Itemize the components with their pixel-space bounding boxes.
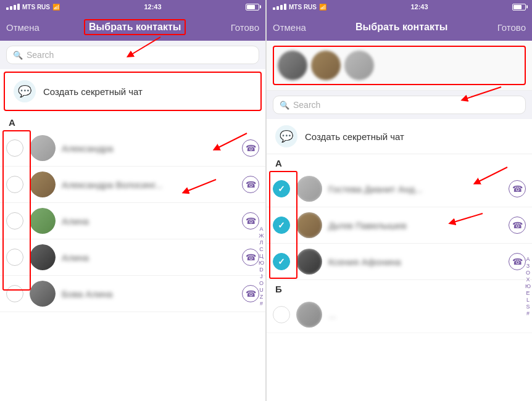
sel-avatar-1 <box>278 51 307 80</box>
search-bar-left: 🔍 Search <box>0 41 265 69</box>
contact-row-2[interactable]: Александра Волосинг... ☎ <box>0 167 265 203</box>
section-b-label-right: Б <box>275 284 282 294</box>
selected-avatars-container <box>267 41 532 91</box>
section-header-b-right: Б <box>267 280 532 297</box>
cancel-button-right[interactable]: Отмена <box>273 22 306 33</box>
contact-row-r3[interactable]: Ксения Афонина ☎ <box>267 244 532 280</box>
section-a-label-left: А <box>9 117 15 128</box>
carrier-text: MTS RUS <box>22 4 50 10</box>
battery-area-right <box>512 4 526 10</box>
viber-icon-r2[interactable]: ☎ <box>509 217 526 234</box>
avatar-r1 <box>296 176 322 202</box>
viber-icon-1[interactable]: ☎ <box>242 139 259 157</box>
avatar-1 <box>30 135 56 161</box>
contact-name-r3: Ксения Афонина <box>328 257 502 267</box>
viber-icon-3[interactable]: ☎ <box>242 212 259 229</box>
checkbox-r4[interactable] <box>273 306 290 323</box>
search-icon-left: 🔍 <box>13 51 23 60</box>
section-header-a-right: А <box>267 154 532 171</box>
avatar-4 <box>30 244 56 270</box>
search-bar-right: 🔍 Search <box>267 91 532 119</box>
carrier-info: MTS RUS 📶 <box>6 4 60 10</box>
carrier-info-right: MTS RUS 📶 <box>273 4 326 10</box>
secret-chat-icon: 💬 <box>14 80 36 102</box>
checkbox-r3[interactable] <box>273 253 290 270</box>
nav-bar-right: Отмена Выбрать контакты Готово <box>267 14 532 41</box>
checkbox-3[interactable] <box>6 212 23 229</box>
search-input-right[interactable]: 🔍 Search <box>273 96 526 114</box>
checkbox-r2[interactable] <box>273 217 290 234</box>
right-panel-body: 🔍 Search 💬 Создать секретный чат А <box>267 41 532 401</box>
contact-name-2: Александра Волосинг... <box>62 180 236 190</box>
status-bar-left: MTS RUS 📶 12:43 <box>0 0 265 14</box>
contact-name-1: Александра <box>62 143 236 154</box>
contact-list-right: Гостева Дианит Анд... ☎ Дьтев Павелышев … <box>267 171 532 401</box>
status-bar-right: MTS RUS 📶 12:43 <box>267 0 532 14</box>
sel-avatar-2 <box>311 51 341 80</box>
viber-icon-r1[interactable]: ☎ <box>509 180 526 197</box>
contact-row-3[interactable]: Алина ☎ <box>0 203 265 239</box>
wifi-icon-right: 📶 <box>319 4 326 10</box>
viber-icon-4[interactable]: ☎ <box>242 249 259 266</box>
signal-icon-right <box>273 4 286 10</box>
sel-avatar-3 <box>344 51 374 80</box>
avatar-3 <box>30 208 56 234</box>
wifi-icon: 📶 <box>52 4 60 10</box>
secret-chat-label-left: Создать секретный чат <box>43 86 143 97</box>
section-a-label-right: А <box>275 158 282 168</box>
avatar-2 <box>30 172 56 197</box>
checkbox-2[interactable] <box>6 176 23 193</box>
signal-icon <box>6 4 20 10</box>
viber-icon-2[interactable]: ☎ <box>242 176 259 193</box>
contact-row-r2[interactable]: Дьтев Павелышев ☎ <box>267 207 532 244</box>
selected-avatars-box <box>273 46 526 85</box>
contact-name-3: Алина <box>62 216 236 226</box>
contact-row-r4[interactable]: ... <box>267 297 532 333</box>
contact-row-r1[interactable]: Гостева Дианит Анд... ☎ <box>267 171 532 207</box>
done-button-left[interactable]: Готово <box>231 22 259 33</box>
contact-row-5[interactable]: Бова Алина ☎ <box>0 276 265 312</box>
nav-bar-left: Отмена Выбрать контакты Готово <box>0 14 265 41</box>
nav-title-left: Выбрать контакты <box>84 19 186 35</box>
battery-area <box>246 4 259 10</box>
contact-row-1[interactable]: Александра ☎ <box>0 130 265 167</box>
avatar-r4 <box>296 302 322 328</box>
secret-chat-label-right: Создать секретный чат <box>305 131 404 142</box>
search-placeholder-right: Search <box>293 100 320 110</box>
avatar-5 <box>30 281 56 307</box>
time-display: 12:43 <box>144 3 161 10</box>
search-input-left[interactable]: 🔍 Search <box>6 46 259 64</box>
search-placeholder-left: Search <box>27 50 54 60</box>
secret-chat-icon-right: 💬 <box>275 125 297 147</box>
secret-chat-row-left[interactable]: 💬 Создать секретный чат <box>4 72 262 111</box>
search-icon-right: 🔍 <box>280 101 289 110</box>
section-header-a-left: А <box>0 114 265 130</box>
avatar-r2 <box>296 212 322 238</box>
side-index-left: А Ж Л С Ц Ю D J O U Z # <box>257 223 265 308</box>
done-button-right[interactable]: Готово <box>497 22 526 33</box>
right-panel: MTS RUS 📶 12:43 Отмена Выбрать контакты … <box>266 0 532 401</box>
left-panel: MTS RUS 📶 12:43 Отмена Выбрать контакты … <box>0 0 266 401</box>
side-index-right: А З О Х Ю Е L S # <box>524 254 532 319</box>
contact-list-left: Александра ☎ Александра Волосинг... ☎ Ал… <box>0 130 265 401</box>
avatar-r3 <box>296 249 322 275</box>
secret-chat-row-right[interactable]: 💬 Создать секретный чат <box>267 119 532 154</box>
time-display-right: 12:43 <box>410 3 428 10</box>
battery-icon-right <box>512 4 526 10</box>
contact-name-r1: Гостева Дианит Анд... <box>328 184 502 194</box>
carrier-text-right: MTS RUS <box>289 4 317 10</box>
checkbox-1[interactable] <box>6 139 23 157</box>
checkbox-5[interactable] <box>6 285 23 302</box>
contact-name-r2: Дьтев Павелышев <box>328 220 502 231</box>
contact-name-r4: ... <box>328 310 526 320</box>
battery-icon <box>246 4 259 10</box>
checkbox-4[interactable] <box>6 249 23 266</box>
cancel-button-left[interactable]: Отмена <box>6 22 39 33</box>
nav-title-right: Выбрать контакты <box>355 22 447 33</box>
contact-row-4[interactable]: Алина ☎ <box>0 239 265 276</box>
checkbox-r1[interactable] <box>273 180 290 197</box>
contact-name-4: Алина <box>62 252 236 263</box>
viber-icon-5[interactable]: ☎ <box>242 285 259 302</box>
left-panel-body: 🔍 Search 💬 Создать секретный чат А <box>0 41 265 401</box>
viber-icon-r3[interactable]: ☎ <box>509 253 526 270</box>
